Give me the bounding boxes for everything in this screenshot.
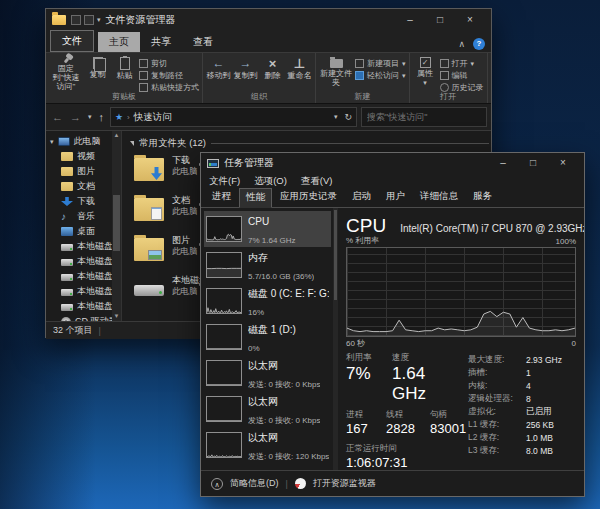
tab-startup[interactable]: 启动 <box>345 187 378 207</box>
delete-button[interactable]: × 删除 <box>260 55 285 91</box>
group-header-frequent-folders[interactable]: 常用文件夹 (12) <box>130 135 491 152</box>
sidebar-item-drive-e[interactable]: 本地磁盘 (E:) <box>46 269 112 284</box>
sidebar-item-this-pc[interactable]: ▾此电脑 <box>46 134 112 149</box>
taskmanager-body: CPU7% 1.64 GHz 内存5.7/16.0 GB (36%) 磁盘 0 … <box>201 208 584 470</box>
fewer-details-link[interactable]: 简略信息(D) <box>230 477 279 490</box>
tile-disk-1[interactable]: 磁盘 1 (D:)0% <box>204 319 331 355</box>
tab-users[interactable]: 用户 <box>379 187 412 207</box>
graph-y-label: % 利用率 <box>346 235 379 246</box>
explorer-titlebar[interactable]: ▾ 文件资源管理器 – □ × <box>46 9 491 31</box>
ribbon-collapse-icon[interactable]: ∧ <box>458 39 465 49</box>
collapse-details-icon[interactable]: ∧ <box>211 478 223 490</box>
taskmanager-footer: ∧ 简略信息(D) | 打开资源监视器 <box>201 470 584 496</box>
desktop-icon <box>61 227 73 236</box>
taskmanager-minimize-button[interactable]: – <box>488 153 518 173</box>
scrollbar-thumb[interactable] <box>113 195 120 251</box>
sidebar-item-videos[interactable]: 视频 <box>46 149 112 164</box>
rename-button[interactable]: ⊥ 重命名 <box>287 55 312 91</box>
local-disk-icon <box>134 285 164 296</box>
explorer-maximize-button[interactable]: □ <box>425 10 455 30</box>
properties-button[interactable]: ✓ 属性 ▾ <box>413 55 438 91</box>
up-button[interactable]: ↑ <box>99 111 105 123</box>
sidebar-item-downloads[interactable]: 下载 <box>46 194 112 209</box>
taskmanager-maximize-button[interactable]: □ <box>518 153 548 173</box>
cpu-detail-pane: CPU Intel(R) Core(TM) i7 CPU 870 @ 2.93G… <box>338 208 584 470</box>
move-to-button[interactable]: ← 移动到 <box>206 55 231 91</box>
tile-ethernet-1[interactable]: 以太网发送: 0 接收: 0 Kbps <box>204 355 331 391</box>
recent-locations-icon[interactable]: ▾ <box>88 113 92 121</box>
group-collapse-icon[interactable] <box>130 141 134 146</box>
copy-button[interactable]: 复制 <box>85 55 110 91</box>
sidebar-item-drive-f[interactable]: 本地磁盘 (F:) <box>46 284 112 299</box>
cut-button[interactable]: 剪切 <box>139 58 199 69</box>
easy-access-button[interactable]: 轻松访问▾ <box>355 70 406 81</box>
cpu-graph-line <box>347 248 575 336</box>
tab-performance[interactable]: 性能 <box>239 188 272 208</box>
footer-divider: | <box>286 479 288 489</box>
tab-details[interactable]: 详细信息 <box>413 187 465 207</box>
new-folder-icon <box>330 59 343 68</box>
sidebar-item-drive-g[interactable]: 本地磁盘 (G:) <box>46 299 112 314</box>
qat-dropdown-icon[interactable]: ▾ <box>97 16 101 24</box>
disk1-sparkline <box>206 324 242 350</box>
tab-home[interactable]: 主页 <box>98 32 140 52</box>
back-button[interactable]: ← <box>52 111 63 123</box>
tab-file[interactable]: 文件 <box>50 30 94 52</box>
scroll-up-icon[interactable]: ▲ <box>112 131 121 140</box>
speed-label: 速度 <box>392 352 462 364</box>
scroll-down-icon[interactable]: ▼ <box>112 312 121 321</box>
sidebar-item-documents[interactable]: 文档 <box>46 179 112 194</box>
tile-ethernet-3[interactable]: 以太网发送: 0 接收: 120 Kbps <box>204 427 331 463</box>
tab-view[interactable]: 查看 <box>182 32 224 52</box>
sidebar-item-music[interactable]: ♪音乐 <box>46 209 112 224</box>
tab-share[interactable]: 共享 <box>140 32 182 52</box>
copy-path-button[interactable]: 复制路径 <box>139 70 199 81</box>
explorer-close-button[interactable]: × <box>455 10 485 30</box>
edit-button[interactable]: 编辑 <box>440 70 484 81</box>
tile-ethernet-2[interactable]: 以太网发送: 0 接收: 0 Kbps <box>204 391 331 427</box>
address-dropdown-icon[interactable]: ▾ <box>334 113 338 121</box>
taskmanager-close-button[interactable]: × <box>548 153 578 173</box>
new-item-button[interactable]: 新建项目▾ <box>355 58 406 69</box>
help-icon[interactable]: ? <box>473 38 485 50</box>
tiles-scrollbar-thumb[interactable] <box>334 210 337 300</box>
threads-label: 线程 <box>386 409 430 421</box>
sidebar-item-pictures[interactable]: 图片 <box>46 164 112 179</box>
sidebar-item-drive-d[interactable]: 本地磁盘 (D:) <box>46 254 112 269</box>
new-folder-button[interactable]: 新建文件夹 <box>319 55 353 91</box>
sidebar-item-desktop[interactable]: 桌面 <box>46 224 112 239</box>
tab-app-history[interactable]: 应用历史记录 <box>273 187 344 207</box>
download-arrow-icon <box>151 167 162 180</box>
pin-to-quick-access-button[interactable]: 固定到"快速访问" <box>49 55 83 91</box>
search-input[interactable] <box>361 107 487 127</box>
open-resource-monitor-link[interactable]: 打开资源监视器 <box>313 477 376 490</box>
explorer-minimize-button[interactable]: – <box>395 10 425 30</box>
tile-cpu[interactable]: CPU7% 1.64 GHz <box>204 211 331 247</box>
tab-processes[interactable]: 进程 <box>205 187 238 207</box>
spec-row-max-speed: 最大速度:2.93 GHz <box>468 353 576 366</box>
address-bar[interactable]: ★ › 快速访问 ▾ ↻ <box>110 107 357 127</box>
address-location[interactable]: 快速访问 <box>134 111 172 124</box>
refresh-icon[interactable]: ↻ <box>344 112 352 122</box>
sidebar-scrollbar[interactable]: ▲ ▼ <box>112 131 121 321</box>
cpu-utilization-graph[interactable] <box>346 247 576 337</box>
spec-row-logical-processors: 逻辑处理器:8 <box>468 392 576 405</box>
cpu-model: Intel(R) Core(TM) i7 CPU 870 @ 2.93GHz <box>400 223 584 236</box>
forward-button[interactable]: → <box>70 111 81 123</box>
copy-to-button[interactable]: → 复制到 <box>233 55 258 91</box>
spec-row-sockets: 插槽:1 <box>468 366 576 379</box>
drive-icon <box>61 274 73 281</box>
tile-memory[interactable]: 内存5.7/16.0 GB (36%) <box>204 247 331 283</box>
spec-row-l1-cache: L1 缓存:256 KB <box>468 418 576 431</box>
tile-disk-0[interactable]: 磁盘 0 (C: E: F: G:)16% <box>204 283 331 319</box>
tab-services[interactable]: 服务 <box>466 187 499 207</box>
spec-row-cores: 内核:4 <box>468 379 576 392</box>
open-button[interactable]: 打开▾ <box>440 58 484 69</box>
taskmanager-titlebar[interactable]: 任务管理器 – □ × <box>201 153 584 173</box>
graph-x-left: 60 秒 <box>346 338 365 349</box>
qat-button-2[interactable] <box>84 15 94 25</box>
qat-button-1[interactable] <box>71 15 81 25</box>
sidebar-item-cd-drive[interactable]: CD 驱动器 <box>46 314 112 321</box>
paste-button[interactable]: 粘贴 <box>112 55 137 91</box>
sidebar-item-drive-c[interactable]: 本地磁盘 (C:) <box>46 239 112 254</box>
